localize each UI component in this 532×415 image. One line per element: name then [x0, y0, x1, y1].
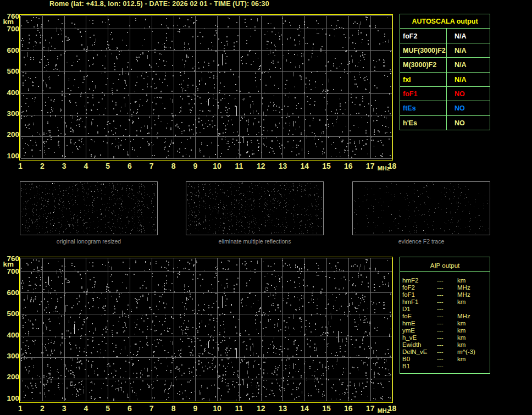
svg-text:16: 16 [344, 162, 353, 170]
svg-text:MUF(3000)F2: MUF(3000)F2 [403, 47, 446, 54]
svg-text:AUTOSCALA output: AUTOSCALA output [412, 18, 478, 25]
svg-text:200: 200 [7, 373, 19, 381]
svg-text:---: --- [437, 327, 444, 334]
svg-text:hmE: hmE [402, 320, 415, 327]
svg-text:km: km [457, 298, 465, 305]
svg-text:hmF1: hmF1 [402, 298, 418, 305]
svg-text:N/A: N/A [455, 76, 467, 84]
svg-text:500: 500 [7, 67, 19, 75]
svg-text:NO: NO [455, 104, 465, 112]
svg-text:5: 5 [106, 162, 110, 170]
svg-text:---: --- [437, 277, 444, 284]
svg-text:3: 3 [62, 404, 66, 413]
svg-text:9: 9 [193, 162, 197, 170]
svg-text:300: 300 [7, 109, 19, 118]
svg-text:M(3000)F2: M(3000)F2 [403, 61, 436, 69]
svg-text:6: 6 [128, 404, 132, 413]
svg-text:400: 400 [7, 331, 19, 339]
svg-text:km: km [3, 18, 14, 26]
svg-text:DelN_vE: DelN_vE [402, 348, 428, 355]
svg-text:AIP output: AIP output [430, 262, 460, 269]
svg-text:15: 15 [322, 162, 331, 170]
svg-text:---: --- [437, 298, 444, 305]
svg-text:NO: NO [455, 119, 465, 127]
svg-text:m^(-3): m^(-3) [457, 348, 475, 355]
svg-text:foF1: foF1 [402, 291, 415, 298]
svg-text:13: 13 [279, 404, 287, 413]
svg-text:original ionogram resized: original ionogram resized [57, 238, 121, 245]
svg-text:2: 2 [40, 404, 45, 413]
svg-text:12: 12 [257, 404, 265, 413]
svg-text:h_vE: h_vE [402, 334, 417, 341]
svg-text:600: 600 [7, 46, 19, 54]
svg-text:---: --- [437, 341, 444, 348]
svg-text:3: 3 [62, 162, 66, 170]
svg-text:MHz: MHz [457, 291, 470, 298]
svg-text:N/A: N/A [455, 47, 467, 54]
svg-text:---: --- [437, 291, 444, 298]
svg-text:h'Es: h'Es [403, 119, 417, 127]
svg-text:12: 12 [257, 162, 265, 170]
svg-text:500: 500 [7, 309, 19, 318]
svg-text:Rome (lat: +41.8, lon: 012.5): Rome (lat: +41.8, lon: 012.5) - DATE: 20… [49, 0, 269, 8]
svg-text:NO: NO [455, 90, 465, 98]
svg-text:km: km [457, 341, 465, 348]
svg-text:km: km [3, 260, 14, 268]
svg-text:---: --- [437, 334, 444, 341]
svg-text:Ewidth: Ewidth [402, 341, 422, 348]
svg-text:foF2: foF2 [402, 284, 415, 291]
svg-text:km: km [457, 327, 465, 334]
svg-text:---: --- [437, 284, 444, 291]
svg-text:---: --- [437, 363, 444, 369]
svg-text:B1: B1 [402, 363, 410, 369]
svg-text:---: --- [437, 313, 444, 319]
svg-text:km: km [457, 356, 465, 362]
svg-text:km: km [457, 320, 465, 327]
svg-text:foE: foE [402, 313, 412, 319]
svg-text:100: 100 [7, 152, 19, 160]
svg-text:11: 11 [235, 404, 243, 413]
svg-text:14: 14 [300, 162, 309, 170]
svg-text:7: 7 [149, 404, 154, 413]
svg-text:MHz: MHz [378, 165, 390, 171]
svg-text:700: 700 [7, 25, 19, 33]
svg-text:km: km [457, 277, 465, 284]
svg-text:ftEs: ftEs [403, 104, 416, 112]
svg-text:14: 14 [300, 404, 309, 413]
svg-text:16: 16 [344, 404, 353, 413]
svg-text:700: 700 [7, 267, 19, 275]
svg-text:MHz: MHz [378, 407, 390, 414]
svg-text:8: 8 [171, 162, 176, 170]
svg-text:13: 13 [279, 162, 287, 170]
svg-text:---: --- [437, 320, 444, 327]
svg-text:5: 5 [106, 404, 110, 413]
svg-text:foF2: foF2 [403, 32, 417, 40]
svg-text:eliminate multiple reflections: eliminate multiple reflections [219, 238, 291, 245]
svg-text:11: 11 [235, 162, 243, 170]
svg-text:D1: D1 [402, 306, 411, 312]
svg-text:100: 100 [7, 394, 19, 402]
svg-text:300: 300 [7, 352, 19, 360]
svg-text:MHz: MHz [457, 313, 470, 319]
svg-text:17: 17 [366, 162, 375, 170]
svg-text:evidence F2 trace: evidence F2 trace [398, 238, 445, 245]
svg-text:600: 600 [7, 289, 19, 297]
svg-text:B0: B0 [402, 356, 410, 362]
svg-text:15: 15 [322, 404, 331, 413]
svg-text:17: 17 [366, 404, 375, 413]
svg-text:4: 4 [84, 404, 88, 413]
svg-text:6: 6 [128, 162, 132, 170]
svg-text:2: 2 [40, 162, 45, 170]
svg-text:10: 10 [213, 162, 221, 170]
svg-text:200: 200 [7, 130, 19, 139]
svg-text:1: 1 [18, 404, 23, 413]
svg-text:10: 10 [213, 404, 221, 413]
svg-text:foF1: foF1 [403, 90, 417, 98]
svg-text:fxI: fxI [403, 76, 411, 84]
svg-text:MHz: MHz [457, 284, 470, 291]
svg-text:km: km [457, 334, 465, 341]
svg-text:N/A: N/A [455, 61, 467, 69]
svg-text:---: --- [437, 356, 444, 362]
svg-text:1: 1 [18, 162, 23, 170]
svg-text:---: --- [437, 306, 444, 312]
